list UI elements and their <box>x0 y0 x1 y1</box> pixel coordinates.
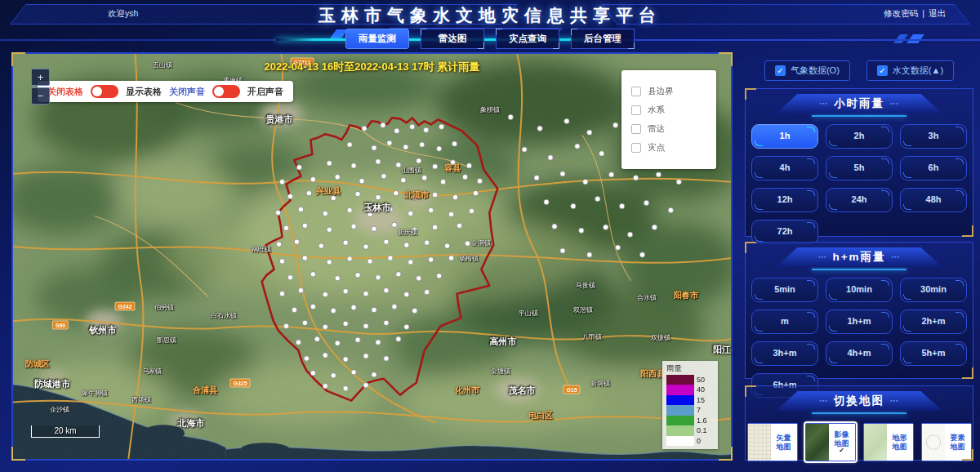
station-marker[interactable] <box>462 175 467 180</box>
station-marker[interactable] <box>627 232 632 237</box>
station-marker[interactable] <box>359 179 364 184</box>
time-button-3h[interactable]: 3h <box>900 124 967 149</box>
station-marker[interactable] <box>351 305 356 309</box>
station-marker[interactable] <box>425 289 430 294</box>
station-marker[interactable] <box>363 323 368 328</box>
station-marker[interactable] <box>363 291 368 296</box>
logout-link[interactable]: 退出 <box>929 8 946 20</box>
map-panel[interactable]: 贵港市玉林市钦州市防城港市北海市茂名市高州市阳江兴业县北流市容县合浦县化州市电白… <box>11 52 733 461</box>
station-marker[interactable] <box>633 176 638 180</box>
station-marker[interactable] <box>612 122 617 127</box>
checkbox-icon[interactable] <box>631 105 641 115</box>
time-button-10min[interactable]: 10min <box>826 278 893 302</box>
station-marker[interactable] <box>327 260 332 265</box>
layer-checkbox-水系[interactable]: 水系 <box>631 105 706 116</box>
station-marker[interactable] <box>432 225 437 229</box>
station-marker[interactable] <box>401 178 406 183</box>
station-marker[interactable] <box>343 321 348 326</box>
station-marker[interactable] <box>587 130 592 135</box>
station-marker[interactable] <box>335 276 340 281</box>
station-marker[interactable] <box>363 354 368 358</box>
station-marker[interactable] <box>439 124 443 129</box>
station-marker[interactable] <box>668 207 673 212</box>
time-button-2h+m[interactable]: 2h+m <box>900 309 967 334</box>
tab-雷达图[interactable]: 雷达图 <box>421 29 484 49</box>
checkbox-icon[interactable] <box>631 143 641 153</box>
station-marker[interactable] <box>469 208 474 213</box>
station-marker[interactable] <box>323 211 327 216</box>
station-marker[interactable] <box>376 194 381 199</box>
station-marker[interactable] <box>283 225 288 230</box>
map-type-要素地图[interactable]: 要素地图 <box>921 423 972 461</box>
station-marker[interactable] <box>394 190 399 195</box>
station-marker[interactable] <box>436 146 441 151</box>
station-marker[interactable] <box>575 144 580 149</box>
map-type-矢量地图[interactable]: 矢量地图 <box>747 423 798 461</box>
time-button-12h[interactable]: 12h <box>751 188 818 212</box>
time-button-2h[interactable]: 2h <box>826 124 893 149</box>
time-button-24h[interactable]: 24h <box>826 188 893 212</box>
station-marker[interactable] <box>452 194 457 199</box>
station-marker[interactable] <box>394 128 399 133</box>
station-marker[interactable] <box>296 165 301 170</box>
station-marker[interactable] <box>296 340 301 345</box>
layer-checkbox-雷达[interactable]: 雷达 <box>631 123 706 135</box>
station-marker[interactable] <box>310 371 315 376</box>
station-marker[interactable] <box>306 190 311 195</box>
station-marker[interactable] <box>327 161 332 166</box>
station-marker[interactable] <box>466 163 471 168</box>
time-button-1h+m[interactable]: 1h+m <box>826 309 893 334</box>
station-marker[interactable] <box>347 207 352 212</box>
station-marker[interactable] <box>396 272 401 277</box>
station-marker[interactable] <box>384 356 389 361</box>
station-marker[interactable] <box>323 324 327 329</box>
change-password-link[interactable]: 修改密码 <box>884 8 918 20</box>
station-marker[interactable] <box>599 151 604 156</box>
station-marker[interactable] <box>420 142 425 147</box>
station-marker[interactable] <box>294 239 299 244</box>
tab-后台管理[interactable]: 后台管理 <box>571 29 635 49</box>
station-marker[interactable] <box>564 118 569 123</box>
station-marker[interactable] <box>448 256 453 260</box>
station-marker[interactable] <box>387 140 392 145</box>
station-marker[interactable] <box>392 222 397 227</box>
station-marker[interactable] <box>604 225 608 229</box>
tab-雨量监测[interactable]: 雨量监测 <box>345 29 409 49</box>
station-marker[interactable] <box>412 227 417 232</box>
station-marker[interactable] <box>276 242 281 247</box>
map-type-地形地图[interactable]: 地形地图 <box>863 423 914 461</box>
station-marker[interactable] <box>355 273 360 278</box>
station-marker[interactable] <box>410 124 415 129</box>
time-button-3h+m[interactable]: 3h+m <box>751 341 818 366</box>
station-marker[interactable] <box>579 228 584 233</box>
station-marker[interactable] <box>298 207 303 212</box>
checkbox-icon[interactable] <box>631 87 641 96</box>
station-marker[interactable] <box>477 179 482 184</box>
station-marker[interactable] <box>292 307 296 312</box>
data-toggle-水文数据(▲)[interactable]: ✓水文数据(▲) <box>866 60 954 81</box>
station-marker[interactable] <box>448 212 453 216</box>
station-marker[interactable] <box>384 287 389 292</box>
station-marker[interactable] <box>440 180 445 185</box>
station-marker[interactable] <box>571 203 576 208</box>
time-button-30min[interactable]: 30min <box>900 278 967 302</box>
station-marker[interactable] <box>372 226 376 231</box>
station-marker[interactable] <box>368 212 372 216</box>
station-marker[interactable] <box>355 191 360 196</box>
station-marker[interactable] <box>335 341 340 345</box>
station-marker[interactable] <box>416 276 421 281</box>
station-marker[interactable] <box>619 203 624 208</box>
station-marker[interactable] <box>372 372 376 377</box>
station-marker[interactable] <box>656 172 661 177</box>
station-marker[interactable] <box>302 320 307 325</box>
station-marker[interactable] <box>351 370 356 375</box>
station-marker[interactable] <box>388 207 393 212</box>
station-marker[interactable] <box>436 274 441 278</box>
station-marker[interactable] <box>384 239 389 244</box>
station-marker[interactable] <box>639 252 644 257</box>
time-button-m[interactable]: m <box>751 309 818 334</box>
station-marker[interactable] <box>396 336 401 341</box>
station-marker[interactable] <box>428 207 433 212</box>
station-marker[interactable] <box>331 308 336 313</box>
station-marker[interactable] <box>279 180 284 185</box>
